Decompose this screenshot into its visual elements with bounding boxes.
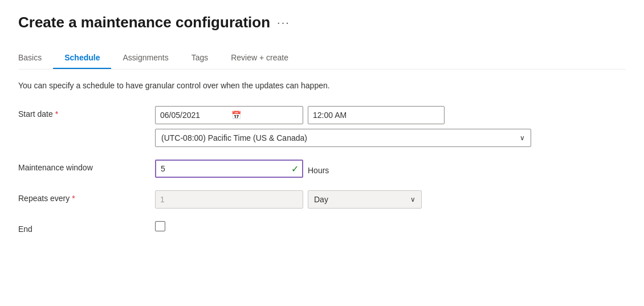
tab-schedule[interactable]: Schedule: [53, 47, 111, 69]
repeats-every-input[interactable]: [155, 190, 303, 209]
maintenance-window-input[interactable]: [155, 160, 303, 178]
timezone-value: (UTC-08:00) Pacific Time (US & Canada): [161, 133, 515, 142]
calendar-icon: 📅: [231, 111, 298, 120]
required-star: *: [55, 109, 58, 119]
start-date-controls: 06/05/2021 📅 (UTC-08:00) Pacific Time (U…: [155, 106, 626, 147]
chevron-down-icon-day: ∨: [410, 195, 415, 203]
end-label: End: [18, 221, 155, 234]
date-value: 06/05/2021: [160, 111, 227, 120]
main-container: Create a maintenance configuration ··· B…: [0, 0, 644, 260]
tab-basics[interactable]: Basics: [18, 47, 53, 69]
repeats-every-controls: Day ∨: [155, 190, 422, 209]
repeats-every-label: Repeats every *: [18, 190, 155, 203]
page-title: Create a maintenance configuration: [18, 14, 270, 31]
checkmark-icon: ✓: [291, 164, 299, 174]
day-dropdown[interactable]: Day ∨: [308, 190, 422, 209]
start-date-label: Start date *: [18, 106, 155, 119]
end-checkbox-wrapper: [155, 221, 165, 231]
time-input[interactable]: [308, 106, 445, 124]
end-row: End: [18, 221, 626, 234]
hours-label: Hours: [308, 162, 329, 175]
maintenance-window-controls: ✓ Hours: [155, 160, 329, 178]
schedule-description: You can specify a schedule to have granu…: [18, 81, 626, 90]
title-row: Create a maintenance configuration ···: [18, 14, 626, 31]
maintenance-window-row: Maintenance window ✓ Hours: [18, 160, 626, 178]
maintenance-window-input-wrapper: ✓: [155, 160, 303, 178]
more-options-icon[interactable]: ···: [277, 16, 290, 29]
tab-tags[interactable]: Tags: [180, 47, 220, 69]
tab-review-create[interactable]: Review + create: [219, 47, 300, 69]
maintenance-window-label: Maintenance window: [18, 160, 155, 172]
tab-assignments[interactable]: Assignments: [111, 47, 180, 69]
repeats-every-row: Repeats every * Day ∨: [18, 190, 626, 209]
timezone-dropdown[interactable]: (UTC-08:00) Pacific Time (US & Canada) ∨: [155, 129, 531, 147]
required-star-repeats: *: [72, 194, 75, 203]
day-value: Day: [314, 195, 406, 204]
chevron-down-icon: ∨: [520, 134, 525, 142]
date-input-wrapper[interactable]: 06/05/2021 📅: [155, 106, 303, 124]
end-checkbox[interactable]: [155, 221, 165, 231]
tab-nav: Basics Schedule Assignments Tags Review …: [18, 47, 626, 70]
start-date-row: Start date * 06/05/2021 📅 (UTC-08:00) Pa…: [18, 106, 626, 147]
date-time-row: 06/05/2021 📅: [155, 106, 626, 124]
